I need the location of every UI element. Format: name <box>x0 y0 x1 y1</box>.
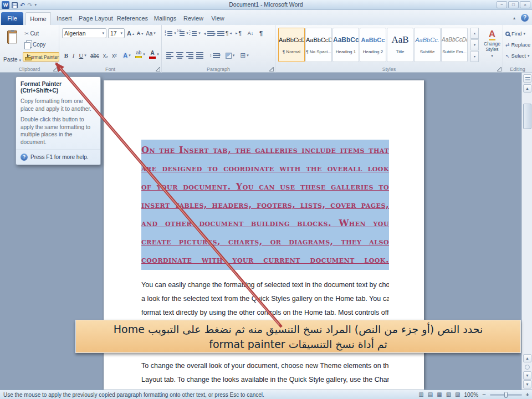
paragraph-dialog-launcher-icon[interactable] <box>269 67 274 71</box>
find-button[interactable]: Find ▾ <box>505 29 531 38</box>
previous-page-icon[interactable]: ▲ <box>523 354 531 362</box>
zoom-slider[interactable] <box>490 394 522 396</box>
tab-review[interactable]: Review <box>181 12 206 25</box>
font-name-combo[interactable]: Algerian ▾ <box>62 28 106 38</box>
tab-view[interactable]: View <box>207 12 228 25</box>
ltr-direction-button[interactable]: ▸ ¶ <box>234 28 243 38</box>
justify-button[interactable] <box>195 50 204 60</box>
multilevel-list-button[interactable]: ▾ <box>190 28 201 38</box>
align-right-button[interactable] <box>185 50 194 60</box>
align-center-button[interactable] <box>175 50 184 60</box>
show-hide-pilcrow-button[interactable]: ¶ <box>257 28 265 38</box>
strikethrough-button[interactable]: abc <box>89 50 101 60</box>
styles-gallery-more-icon[interactable]: ▾ <box>470 51 479 62</box>
text-highlight-dropdown-icon: ▾ <box>143 52 145 57</box>
font-dialog-launcher-icon[interactable] <box>156 67 160 71</box>
style-no-spacing[interactable]: AaBbCcDc ¶ No Spaci... <box>305 28 332 62</box>
replace-button[interactable]: ⇄ Replace <box>505 40 531 49</box>
minimize-button[interactable]: − <box>497 1 507 8</box>
ruler-toggle-icon[interactable] <box>523 74 531 83</box>
change-styles-button[interactable]: A Change Styles ▾ <box>483 28 502 64</box>
body-paragraph-2[interactable]: To change the overall look of your docum… <box>141 359 389 390</box>
tab-insert[interactable]: Insert <box>52 12 76 25</box>
styles-gallery-up-icon[interactable]: ▴ <box>470 28 479 39</box>
underline-button[interactable]: U ▾ <box>77 50 88 60</box>
bold-button[interactable]: B <box>63 50 70 60</box>
tab-mailings[interactable]: Mailings <box>151 12 180 25</box>
select-icon: ↖ <box>505 53 510 59</box>
style-subtitle[interactable]: AaBbCc. Subtitle <box>414 28 441 62</box>
align-left-button[interactable] <box>165 50 174 60</box>
collapse-ribbon-icon[interactable]: ▴ <box>513 16 515 21</box>
paste-dropdown-icon[interactable]: ▾ <box>19 58 21 62</box>
styles-dialog-launcher-icon[interactable] <box>497 67 502 71</box>
font-size-dropdown-icon[interactable]: ▾ <box>120 31 122 35</box>
sort-button[interactable]: A↓ <box>245 28 256 38</box>
help-icon[interactable]: ? <box>521 14 529 22</box>
scroll-up-icon[interactable]: ▲ <box>523 84 531 93</box>
style-sample: AaBbCcDc <box>306 28 331 49</box>
paste-button[interactable]: Paste ▾ <box>2 28 22 64</box>
italic-button[interactable]: I <box>70 50 76 60</box>
grow-font-icon: A <box>127 30 131 37</box>
ribbon-tab-strip: File Home Insert Page Layout References … <box>0 10 532 25</box>
style-heading-2[interactable]: AaBbCc Heading 2 <box>360 28 386 62</box>
selected-heading-text[interactable]: On the Insert tab, the galleries include… <box>141 140 389 270</box>
shading-button[interactable]: ▾ <box>224 50 236 60</box>
vertical-scrollbar[interactable]: ▲ ▲ ▼ ▼ <box>521 73 532 390</box>
copy-button[interactable]: Copy <box>24 39 45 49</box>
scroll-down-icon[interactable]: ▼ <box>523 380 531 388</box>
tab-page-layout[interactable]: Page Layout <box>78 12 114 25</box>
superscript-button[interactable]: x² <box>110 50 119 60</box>
zoom-out-icon[interactable]: − <box>482 391 485 398</box>
grow-font-button[interactable]: A ▴ <box>126 28 135 38</box>
change-case-button[interactable]: Aa ▾ <box>145 28 156 38</box>
select-button[interactable]: ↖ Select ▾ <box>505 51 531 60</box>
font-color-button[interactable]: A ▾ <box>148 49 160 59</box>
zoom-level[interactable]: 100% <box>464 392 479 398</box>
find-label: Find <box>511 30 521 37</box>
text-highlight-button[interactable]: ab ▾ <box>134 49 147 59</box>
subscript-button[interactable]: x₂ <box>101 50 110 60</box>
change-styles-dropdown-icon: ▾ <box>491 54 493 58</box>
view-full-screen-icon[interactable]: ▤ <box>428 390 433 399</box>
styles-gallery-down-icon[interactable]: ▾ <box>470 39 479 50</box>
numbering-button[interactable]: ▾ <box>177 28 188 38</box>
clipboard-dialog-launcher-icon[interactable] <box>53 67 58 71</box>
close-button[interactable]: × <box>520 1 530 8</box>
zoom-slider-thumb[interactable] <box>504 392 508 398</box>
borders-button[interactable]: ⊞ ▾ <box>238 50 250 60</box>
ribbon: Paste ▾ ✂ Cut Copy Format Painter Clipbo… <box>0 25 532 73</box>
body-paragraph-1[interactable]: You can easily change the formatting of … <box>141 278 389 320</box>
text-effects-button[interactable]: A ▾ <box>121 50 132 60</box>
font-size-combo[interactable]: 17 ▾ <box>108 28 125 38</box>
format-painter-button[interactable]: Format Painter <box>23 52 59 62</box>
zoom-in-icon[interactable]: + <box>526 391 529 398</box>
style-heading-1[interactable]: AaBbCc Heading 1 <box>332 28 359 62</box>
callout-line-2: ثم أداة نسخ التنسيقات format painter <box>76 337 520 352</box>
style-title[interactable]: AaB Title <box>387 28 413 62</box>
font-name-dropdown-icon[interactable]: ▾ <box>102 31 104 35</box>
rtl-direction-button[interactable]: ¶ ◂ <box>224 28 233 38</box>
decrease-indent-button[interactable]: ◂ <box>203 28 212 38</box>
tab-references[interactable]: References <box>115 12 150 25</box>
next-page-icon[interactable]: ▼ <box>523 371 531 380</box>
view-web-layout-icon[interactable]: ▦ <box>437 390 442 399</box>
maximize-button[interactable]: □ <box>508 1 519 8</box>
view-draft-icon[interactable]: ▨ <box>455 390 460 399</box>
shrink-font-button[interactable]: A ▾ <box>136 28 144 38</box>
borders-dropdown-icon: ▾ <box>247 53 249 58</box>
bullets-button[interactable]: ▾ <box>165 28 176 38</box>
increase-indent-button[interactable]: ▸ <box>213 28 222 38</box>
line-spacing-button[interactable]: ↕ ▾ <box>208 50 222 60</box>
cut-button[interactable]: ✂ Cut <box>24 28 39 38</box>
bullets-dropdown-icon: ▾ <box>174 31 176 35</box>
select-browse-object-icon[interactable] <box>525 365 530 370</box>
scrollbar-thumb[interactable] <box>523 104 531 129</box>
style-normal[interactable]: AaBbCcDc ¶ Normal <box>278 28 305 62</box>
tab-home[interactable]: Home <box>25 12 51 25</box>
view-outline-icon[interactable]: ▧ <box>446 390 451 399</box>
view-print-layout-icon[interactable]: ▥ <box>418 390 423 399</box>
style-subtle-emphasis[interactable]: AaBbCcDc Subtle Em... <box>441 28 468 62</box>
tab-file[interactable]: File <box>1 12 23 25</box>
